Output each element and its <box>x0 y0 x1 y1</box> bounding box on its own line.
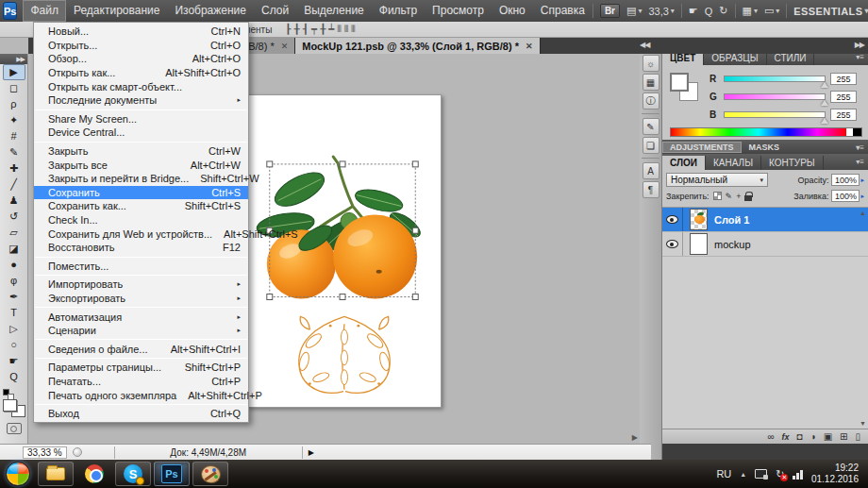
update-tray-icon[interactable]: ↻✕ <box>776 468 784 480</box>
slider-thumb[interactable] <box>821 82 828 88</box>
taskbar-photoshop-button[interactable]: Ps <box>154 462 190 486</box>
tool-rectangular-marquee[interactable]: ◻ <box>3 80 25 96</box>
menu-item-scripts[interactable]: Сценарии▸ <box>34 324 248 338</box>
close-icon[interactable]: ✕ <box>526 42 533 51</box>
foreground-color-swatch[interactable] <box>670 73 689 92</box>
bridge-button[interactable]: Br <box>600 4 620 18</box>
rotate-view-button[interactable]: ↻ <box>719 5 727 17</box>
menu-item-import[interactable]: Импортировать▸ <box>34 278 248 292</box>
menu-item-close[interactable]: ЗакрытьCtrl+W <box>34 144 248 159</box>
arrange-documents-button[interactable]: ▦ ▾ <box>743 5 758 17</box>
menu-item-save-for-web[interactable]: Сохранить для Web и устройств...Alt+Shif… <box>34 227 248 241</box>
scrollbar-arrow-icon[interactable]: ▶ <box>632 433 638 442</box>
blue-value-field[interactable]: 255 <box>830 109 857 121</box>
fill-arrow-icon[interactable]: ▸ <box>860 193 864 200</box>
menu-item-print[interactable]: Печатать...Ctrl+P <box>34 375 248 389</box>
fill-field[interactable]: 100% <box>831 190 860 202</box>
character-panel-icon[interactable]: A <box>643 162 659 179</box>
lock-paint-icon[interactable]: ✎ <box>726 192 733 201</box>
menu-item-open-smart-object[interactable]: Открыть как смарт-объект... <box>34 79 248 93</box>
opacity-field[interactable]: 100% <box>831 174 860 186</box>
layer-row-mockup[interactable]: mockup <box>662 232 868 257</box>
display-tray-icon[interactable] <box>755 469 767 479</box>
tool-zoom[interactable]: Q <box>3 369 25 385</box>
menu-item-print-one-copy[interactable]: Печать одного экземпляраAlt+Shift+Ctrl+P <box>34 388 248 402</box>
slider-thumb[interactable] <box>821 118 828 124</box>
menu-help[interactable]: Справка <box>533 0 593 22</box>
view-extras-button[interactable]: ▤ ▾ <box>626 5 642 17</box>
brush-presets-panel-icon[interactable]: ✎ <box>643 118 659 135</box>
menu-item-exit[interactable]: ВыходCtrl+Q <box>34 407 248 421</box>
scroll-down-icon[interactable]: ▼ <box>860 420 866 427</box>
tool-type[interactable]: T <box>3 305 25 321</box>
menu-view[interactable]: Просмотр <box>425 0 492 22</box>
lock-position-icon[interactable]: + <box>736 192 741 201</box>
document-size-info[interactable]: Док: 4,49М/4,28М <box>114 446 303 459</box>
menu-item-automate[interactable]: Автоматизация▸ <box>34 310 248 324</box>
menu-item-revert[interactable]: ВосстановитьF12 <box>34 241 248 255</box>
layer-visibility-toggle[interactable] <box>662 208 683 231</box>
menu-item-check-in[interactable]: Check In... <box>34 213 248 227</box>
clock[interactable]: 19:22 01.12.2016 <box>811 463 859 486</box>
layer-name[interactable]: mockup <box>714 239 751 250</box>
new-layer-icon[interactable]: ⊞ <box>840 431 847 442</box>
language-indicator[interactable]: RU <box>716 468 731 480</box>
tab-channels[interactable]: КАНАЛЫ <box>706 156 761 170</box>
zoom-tool-button[interactable]: Q <box>705 6 713 17</box>
status-menu-arrow-icon[interactable]: ▶ <box>309 448 314 457</box>
menu-item-close-and-bridge[interactable]: Закрыть и перейти в Bridge...Shift+Ctrl+… <box>34 172 248 186</box>
taskbar-chrome-button[interactable] <box>76 462 112 486</box>
menu-image[interactable]: Изображение <box>167 0 254 22</box>
layer-visibility-toggle[interactable] <box>662 232 683 256</box>
toolbox-header[interactable]: ▶▶ <box>0 54 27 64</box>
menu-item-share-my-screen[interactable]: Share My Screen... <box>34 112 248 126</box>
tool-path-selection[interactable]: ▷ <box>3 321 25 337</box>
tool-brush[interactable]: ╱ <box>3 177 25 193</box>
layer-name[interactable]: Слой 1 <box>714 214 749 226</box>
panel-menu-icon[interactable]: ▾≡ <box>856 143 864 152</box>
color-spectrum-ramp[interactable] <box>670 127 862 137</box>
close-icon[interactable]: ✕ <box>281 42 289 51</box>
tool-crop[interactable]: # <box>3 128 25 144</box>
tool-eraser[interactable]: ▱ <box>3 225 25 241</box>
tab-paths[interactable]: КОНТУРЫ <box>761 156 824 170</box>
lock-transparency-icon[interactable] <box>713 192 722 200</box>
tool-gradient[interactable]: ◪ <box>3 241 25 257</box>
menu-item-save-as[interactable]: Сохранить как...Shift+Ctrl+S <box>34 199 248 213</box>
lock-all-icon[interactable] <box>744 195 752 201</box>
histogram-panel-icon[interactable]: ▦ <box>643 74 659 91</box>
menu-item-open-as[interactable]: Открыть как...Alt+Shift+Ctrl+O <box>34 66 248 80</box>
navigator-panel-icon[interactable]: ☼ <box>643 55 659 72</box>
layer-thumbnail[interactable] <box>690 209 708 230</box>
add-layer-mask-icon[interactable]: ◘ <box>797 431 803 442</box>
expand-dock-icon[interactable]: ▶▶ <box>855 41 864 49</box>
zoom-percentage-field[interactable]: 33,33 % <box>23 446 67 459</box>
menu-item-export[interactable]: Экспортировать▸ <box>34 292 248 306</box>
align-distribute-icons[interactable]: ┠ ╂ ┨ ┯ ╂ ┷ ⫴ ⫴ ⫴ <box>285 24 355 35</box>
red-value-field[interactable]: 255 <box>830 73 857 85</box>
photoshop-logo[interactable]: Ps <box>3 2 17 20</box>
layer-row-layer1[interactable]: Слой 1 <box>662 208 868 232</box>
tool-clone-stamp[interactable]: ♟ <box>3 193 25 209</box>
tab-masks[interactable]: MASKS <box>742 142 788 153</box>
tool-pen[interactable]: ✒ <box>3 289 25 305</box>
adjustment-layer-icon[interactable]: ◑ <box>810 431 816 442</box>
menu-filter[interactable]: Фильтр <box>372 0 425 22</box>
tool-quick-selection[interactable]: ✦ <box>3 112 25 128</box>
taskbar-skype-button[interactable]: S <box>115 462 151 486</box>
menu-window[interactable]: Окно <box>492 0 533 22</box>
workspace-switcher[interactable]: ESSENTIALS ▾ <box>793 6 868 17</box>
paragraph-panel-icon[interactable]: ¶ <box>643 181 659 198</box>
link-layers-icon[interactable]: ∞ <box>767 431 774 442</box>
menu-item-close-all[interactable]: Закрыть всеAlt+Ctrl+W <box>34 158 248 172</box>
menu-item-place[interactable]: Поместить... <box>34 260 248 274</box>
network-signal-icon[interactable] <box>793 469 803 480</box>
tray-expand-icon[interactable]: ▲ <box>740 471 746 478</box>
menu-layer[interactable]: Слой <box>254 0 296 22</box>
taskbar-paint-button[interactable] <box>192 462 228 486</box>
document-tab-mockup[interactable]: MockUp 121.psb @ 33,3% (Слой 1, RGB/8) *… <box>295 38 540 54</box>
menu-item-new[interactable]: Новый...Ctrl+N <box>34 25 248 39</box>
tool-blur[interactable]: ● <box>3 257 25 273</box>
menu-item-file-info[interactable]: Сведения о файле...Alt+Shift+Ctrl+I <box>34 342 248 356</box>
tool-hand[interactable]: ☛ <box>3 353 25 369</box>
